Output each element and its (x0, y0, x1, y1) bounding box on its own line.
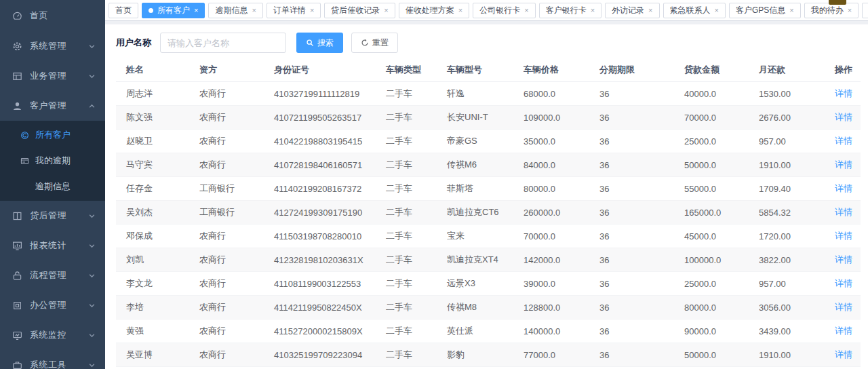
tab-公司银行卡[interactable]: 公司银行卡× (473, 3, 535, 18)
table-cell: 二手车 (380, 130, 441, 153)
table-cell: 410327199111112819 (269, 82, 380, 106)
table-cell: 赵晓卫 (116, 130, 194, 153)
detail-link[interactable]: 详情 (835, 159, 852, 170)
table-cell: 二手车 (380, 106, 441, 130)
tab-label: 催收处理方案 (406, 5, 454, 16)
sidebar-item-系统监控[interactable]: 系统监控 (0, 320, 105, 350)
detail-link[interactable]: 详情 (835, 349, 852, 360)
tab-close-icon[interactable]: × (310, 7, 314, 14)
tab-close-icon[interactable]: × (194, 7, 198, 14)
detail-link[interactable]: 详情 (835, 112, 852, 122)
tab-close-icon[interactable]: × (789, 7, 793, 14)
table-cell: 传祺M6 (441, 153, 518, 177)
detail-link[interactable]: 详情 (835, 136, 852, 146)
table-cell: 长安UNI-T (441, 106, 518, 130)
sidebar-item-报表统计[interactable]: 报表统计 (0, 231, 105, 260)
detail-link[interactable]: 详情 (835, 88, 852, 98)
table-cell: 39000.0 (518, 272, 594, 296)
sidebar-item-label: 贷后管理 (30, 210, 88, 222)
tab-催收处理方案[interactable]: 催收处理方案× (399, 3, 469, 18)
tab-我的流程[interactable]: 我的流程× (862, 3, 868, 18)
tab-close-icon[interactable]: × (252, 7, 256, 14)
sidebar-subitem-label: 我的逾期 (35, 155, 71, 167)
table-cell: 410728198406160571 (269, 153, 380, 177)
chevron-down-icon (88, 73, 96, 80)
table-cell: 吴亚博 (116, 343, 194, 367)
detail-link[interactable]: 详情 (835, 254, 852, 265)
column-header-贷款金额: 贷款金额 (679, 59, 753, 82)
table-cell: 50000.0 (679, 367, 753, 369)
monitor-icon (12, 330, 22, 341)
sidebar-item-系统工具[interactable]: 系统工具 (0, 350, 105, 369)
table-cell: 马守宾 (116, 153, 194, 177)
chevron-down-icon (88, 272, 96, 279)
tab-客户GPS信息[interactable]: 客户GPS信息× (729, 3, 801, 18)
tab-close-icon[interactable]: × (384, 7, 388, 14)
tab-所有客户[interactable]: 所有客户× (142, 3, 205, 18)
table-cell: 50000.0 (679, 153, 753, 177)
table-cell: 77000.0 (518, 343, 594, 367)
sidebar-item-办公管理[interactable]: 办公管理 (0, 290, 105, 320)
office-icon (12, 300, 22, 311)
tab-label: 客户GPS信息 (736, 5, 785, 16)
table-cell: 410721199505263517 (269, 106, 380, 130)
detail-link[interactable]: 详情 (835, 278, 852, 288)
sidebar-item-贷后管理[interactable]: 贷后管理 (0, 201, 105, 231)
table-cell: 农商行 (194, 106, 269, 130)
column-header-身份证号: 身份证号 (269, 59, 380, 82)
column-header-姓名: 姓名 (116, 59, 194, 82)
sidebar-item-label: 办公管理 (30, 299, 88, 311)
detail-link[interactable]: 详情 (835, 183, 852, 193)
sidebar-subitem-所有客户[interactable]: 所有客户 (0, 122, 105, 148)
table-row: 黄强农商行41152720000215809X二手车英仕派140000.0369… (116, 319, 861, 343)
tab-逾期信息[interactable]: 逾期信息× (208, 3, 262, 18)
table-cell: 100000.0 (679, 248, 753, 272)
tab-贷后催收记录[interactable]: 贷后催收记录× (324, 3, 395, 18)
detail-link[interactable]: 详情 (835, 207, 852, 217)
tab-紧急联系人[interactable]: 紧急联系人× (663, 3, 726, 18)
tab-客户银行卡[interactable]: 客户银行卡× (539, 3, 601, 18)
customer-name-input[interactable] (160, 33, 286, 53)
table-cell: 165000.0 (679, 201, 753, 225)
tab-close-icon[interactable]: × (648, 7, 652, 14)
table-cell: 周志洋 (116, 82, 194, 106)
table-cell: 农商行 (194, 343, 269, 367)
sidebar-item-流程管理[interactable]: 流程管理 (0, 260, 105, 290)
detail-link[interactable]: 详情 (835, 302, 852, 312)
sidebar-subitem-我的逾期[interactable]: 我的逾期 (0, 148, 105, 174)
table-cell: 109000.0 (518, 106, 594, 130)
search-label: 用户名称 (116, 37, 151, 49)
tab-close-icon[interactable]: × (458, 7, 462, 14)
sidebar-item-首页[interactable]: 首页 (0, 0, 105, 31)
reset-button[interactable]: 重置 (351, 33, 398, 53)
detail-link[interactable]: 详情 (835, 231, 852, 241)
sidebar-item-label: 首页 (30, 9, 96, 22)
column-header-车辆型号: 车辆型号 (441, 59, 518, 82)
tab-label: 外访记录 (612, 5, 644, 16)
tab-订单详情[interactable]: 订单详情× (267, 3, 321, 18)
column-header-月还款: 月还款 (753, 59, 827, 82)
grid-icon (12, 71, 22, 81)
column-header-操作: 操作 (827, 59, 861, 82)
action-cell: 详情 (827, 153, 861, 177)
table-cell: 3822.00 (753, 248, 827, 272)
action-cell: 详情 (827, 296, 861, 319)
tab-外访记录[interactable]: 外访记录× (605, 3, 659, 18)
table-cell: 80000.0 (679, 296, 753, 319)
table-cell: 农商行 (194, 296, 269, 319)
detail-link[interactable]: 详情 (835, 326, 852, 336)
sidebar-item-业务管理[interactable]: 业务管理 (0, 61, 105, 91)
sidebar-subitem-逾期信息[interactable]: 逾期信息 (0, 174, 105, 199)
tab-close-icon[interactable]: × (715, 7, 719, 14)
table-cell: 远景X3 (441, 272, 518, 296)
sidebar-item-客户管理[interactable]: 客户管理 (0, 91, 105, 121)
search-button[interactable]: 搜索 (296, 33, 343, 53)
sidebar-item-系统管理[interactable]: 系统管理 (0, 31, 105, 61)
table-row: 邓保成农商行411503198708280010二手车宝来70000.03645… (116, 225, 861, 248)
gear-icon (12, 41, 22, 52)
tab-close-icon[interactable]: × (848, 7, 852, 14)
tab-close-icon[interactable]: × (524, 7, 528, 14)
tab-close-icon[interactable]: × (591, 7, 595, 14)
avatar[interactable] (829, 0, 846, 5)
tab-首页[interactable]: 首页 (108, 3, 138, 18)
